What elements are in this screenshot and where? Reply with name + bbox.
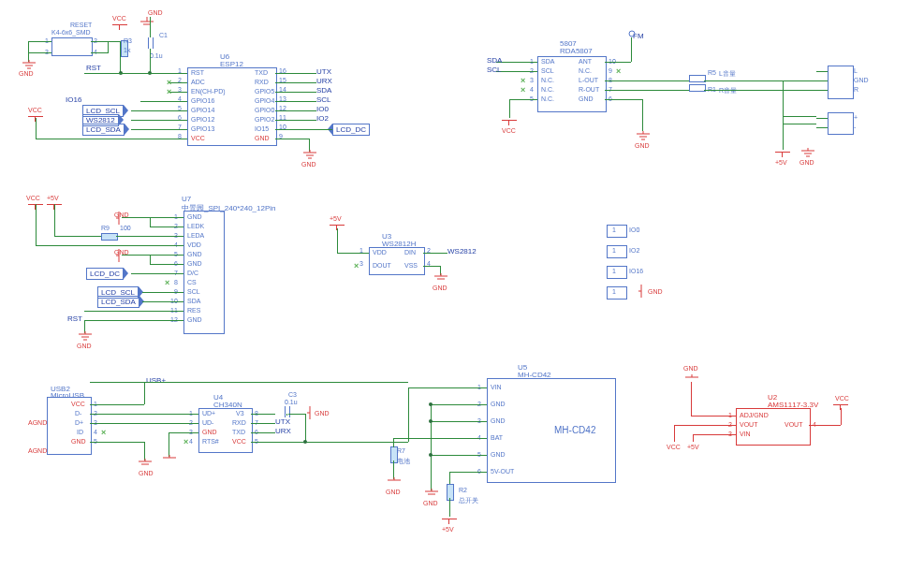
c1-val: 0.1u <box>150 52 163 59</box>
r2-body <box>447 484 454 501</box>
u6-rp3: GPIO5 <box>255 88 274 95</box>
gnd-5807 <box>637 131 650 140</box>
sda-net: SDA <box>316 86 331 95</box>
c1-ref: C1 <box>159 32 168 38</box>
rst-net: RST <box>86 64 101 72</box>
antenna-icon <box>625 26 638 37</box>
u6-rp7: IO15 <box>255 125 269 132</box>
p5v-label: +5V <box>775 159 787 166</box>
gnd-icon-u6 <box>303 150 316 159</box>
scl-5807: SCL <box>487 66 502 74</box>
r5-val: L音量 <box>719 69 736 79</box>
5807-val: RDA5807 <box>560 47 593 55</box>
u7-ref: U7 <box>182 195 191 203</box>
gnd-icon-2 <box>140 17 154 26</box>
u6-val: ESP12 <box>220 60 243 68</box>
u6-rp8: GND <box>255 135 270 141</box>
conn-lr <box>828 66 854 99</box>
usbplus-wire <box>146 382 408 383</box>
utx-net: UTX <box>316 67 331 76</box>
gnd-u6: GND <box>301 161 316 168</box>
vcc-5807: VCC <box>502 127 516 134</box>
vcc-r3: VCC <box>112 15 126 22</box>
u6-lp6: GPIO12 <box>191 116 214 123</box>
conn-l: L <box>854 67 858 74</box>
c1-body <box>148 37 154 49</box>
r9-body <box>101 233 118 241</box>
io16-net: IO16 <box>66 95 81 104</box>
u7-val: 中景园_SPI_240*240_12Pin <box>182 203 276 213</box>
gnd-icon <box>22 60 36 69</box>
scl-net: SCL <box>316 95 331 104</box>
conn-minus: - <box>854 124 856 130</box>
u6-lp1: RST <box>191 69 204 76</box>
reset-label: RESET <box>70 22 92 28</box>
schematic-canvas: U6 ESP12 RST ADC EN(CH-PD) GPIO16 GPIO14… <box>0 0 924 570</box>
svg-point-11 <box>629 31 635 37</box>
u6-lp7: GPIO13 <box>191 125 214 132</box>
sda-5807: SDA <box>487 56 502 65</box>
u5-big: MH-CD42 <box>554 425 595 435</box>
5807-l4: N.C. <box>541 86 554 93</box>
vcc-u6: VCC <box>28 107 42 113</box>
5807-l2: SCL <box>541 67 554 74</box>
k4-body <box>51 37 93 56</box>
r3-val: 1k <box>124 47 130 53</box>
5807-r5: GND <box>579 95 594 102</box>
5807-body <box>537 56 607 112</box>
u6-lp8: VCC <box>191 135 205 141</box>
u6-rp4: GPIO4 <box>255 97 274 104</box>
u6-lp4: GPIO16 <box>191 97 214 104</box>
no-connect: × <box>167 79 171 87</box>
vcc-bar <box>112 24 127 30</box>
urx-net: URX <box>316 77 332 85</box>
r1-val: R音量 <box>719 86 737 95</box>
gnd-c1: GND <box>148 9 163 16</box>
5807-r2: N.C. <box>579 67 592 74</box>
5807-l1: SDA <box>541 58 554 65</box>
usb2-body <box>47 397 92 455</box>
u6-lp2: ADC <box>191 79 205 85</box>
k4-ref: K4-6x6_SMD <box>51 29 91 36</box>
u6-rp1: TXD <box>255 69 268 76</box>
r3-ref: R3 <box>124 37 132 44</box>
u6-lp5: GPIO14 <box>191 107 214 113</box>
5807-r3: L-OUT <box>579 77 598 83</box>
lcd-sda-port: LCD_SDA <box>82 124 125 136</box>
r5-ref: R5 <box>708 69 716 76</box>
io0-net: IO0 <box>316 105 329 113</box>
5807-r4: R-OUT <box>579 86 599 93</box>
conn-g: GND <box>854 77 869 83</box>
5807-r1: ANT <box>579 58 592 65</box>
gnd-k4: GND <box>19 70 34 77</box>
u6-lp3: EN(CH-PD) <box>191 88 226 95</box>
conn-r: R <box>854 86 858 93</box>
no-connect: × <box>167 88 171 96</box>
gnd-stub <box>691 382 692 416</box>
5807-l5: N.C. <box>541 95 554 102</box>
lcd-dc-port: LCD_DC <box>332 124 370 136</box>
u6-rp5: GPIO0 <box>255 107 274 113</box>
conn-pm <box>828 112 854 135</box>
io2-net: IO2 <box>316 114 329 123</box>
u6-rp2: RXD <box>255 79 269 85</box>
u6-rp6: GPIO2 <box>255 116 274 123</box>
conn-plus: + <box>854 114 858 121</box>
5807-l3: N.C. <box>541 77 554 83</box>
